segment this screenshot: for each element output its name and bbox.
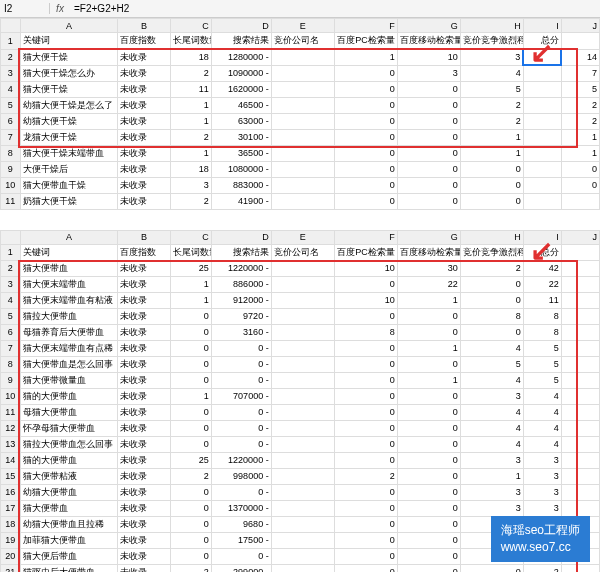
row-header[interactable]: 7	[1, 340, 21, 356]
cell[interactable]: 707000 -	[211, 388, 271, 404]
cell[interactable]: 0	[561, 161, 599, 177]
cell[interactable]: 18	[170, 161, 211, 177]
cell[interactable]: 0	[397, 420, 460, 436]
cell[interactable]: 0	[397, 404, 460, 420]
row-header[interactable]: 13	[1, 436, 21, 452]
cell[interactable]	[271, 356, 334, 372]
cell[interactable]: 10	[334, 292, 397, 308]
cell[interactable]	[271, 145, 334, 161]
cell[interactable]: 未收录	[118, 65, 170, 81]
cell[interactable]: 未收录	[118, 388, 170, 404]
cell[interactable]: 0	[334, 500, 397, 516]
cell[interactable]: 0	[334, 356, 397, 372]
cell[interactable]: 1	[561, 129, 599, 145]
cell[interactable]: 1220000 -	[211, 260, 271, 276]
cell[interactable]: 未收录	[118, 516, 170, 532]
cell[interactable]: 0	[397, 500, 460, 516]
cell[interactable]: 0	[170, 404, 211, 420]
cell[interactable]: 1	[397, 292, 460, 308]
cell[interactable]: 未收录	[118, 177, 170, 193]
cell[interactable]: 4	[460, 420, 523, 436]
header-cell[interactable]: 关键词	[20, 244, 118, 260]
cell[interactable]	[271, 177, 334, 193]
fx-icon[interactable]: fx	[50, 3, 70, 14]
cell[interactable]: 未收录	[118, 292, 170, 308]
cell[interactable]: 0 -	[211, 484, 271, 500]
cell[interactable]: 0	[334, 436, 397, 452]
cell[interactable]: 0	[397, 308, 460, 324]
header-cell[interactable]: 百度指数	[118, 33, 170, 50]
cell[interactable]	[561, 372, 599, 388]
cell[interactable]: 1080000 -	[211, 161, 271, 177]
cell[interactable]: 0 -	[211, 372, 271, 388]
header-cell[interactable]	[561, 244, 599, 260]
cell[interactable]: 猫大便末端带血	[20, 276, 118, 292]
cell[interactable]	[561, 324, 599, 340]
cell[interactable]: 幼猫大便干燥是怎么了	[20, 97, 118, 113]
row-header[interactable]: 8	[1, 145, 21, 161]
col-header-B[interactable]: B	[118, 230, 170, 244]
cell[interactable]: 3	[460, 388, 523, 404]
cell[interactable]: 0	[397, 484, 460, 500]
cell[interactable]	[271, 484, 334, 500]
row-header[interactable]: 11	[1, 193, 21, 209]
cell[interactable]: 1	[170, 113, 211, 129]
row-header[interactable]: 17	[1, 500, 21, 516]
cell[interactable]: 龙猫大便干燥	[20, 129, 118, 145]
cell[interactable]: 46500 -	[211, 97, 271, 113]
cell[interactable]	[523, 145, 561, 161]
cell[interactable]: 0	[170, 516, 211, 532]
cell[interactable]: 30100 -	[211, 129, 271, 145]
cell[interactable]: 母猫大便带血	[20, 404, 118, 420]
cell[interactable]: 未收录	[118, 161, 170, 177]
cell[interactable]: 4	[460, 404, 523, 420]
cell[interactable]: 0	[334, 177, 397, 193]
cell[interactable]: 未收录	[118, 452, 170, 468]
row-header[interactable]: 11	[1, 404, 21, 420]
row-header[interactable]: 9	[1, 372, 21, 388]
cell[interactable]: 猫大便干燥末端带血	[20, 145, 118, 161]
row-header[interactable]: 10	[1, 177, 21, 193]
cell[interactable]: 0	[334, 340, 397, 356]
header-cell[interactable]: 长尾词数量	[170, 244, 211, 260]
cell[interactable]	[561, 436, 599, 452]
cell[interactable]	[271, 65, 334, 81]
cell[interactable]: 怀孕母猫大便带血	[20, 420, 118, 436]
cell[interactable]: 2	[170, 564, 211, 572]
cell[interactable]	[561, 308, 599, 324]
col-header-A[interactable]: A	[20, 19, 118, 33]
cell[interactable]	[561, 340, 599, 356]
cell[interactable]: 0 -	[211, 548, 271, 564]
cell[interactable]: 猫大便带血	[20, 260, 118, 276]
row-header[interactable]: 1	[1, 244, 21, 260]
cell[interactable]	[561, 420, 599, 436]
cell[interactable]	[271, 340, 334, 356]
cell[interactable]: 未收录	[118, 260, 170, 276]
cell[interactable]: 11	[523, 292, 561, 308]
cell[interactable]: 未收录	[118, 81, 170, 97]
cell[interactable]: 奶猫大便干燥	[20, 193, 118, 209]
cell[interactable]: 0	[334, 532, 397, 548]
cell[interactable]: 886000 -	[211, 276, 271, 292]
cell[interactable]: 10	[334, 260, 397, 276]
cell[interactable]: 0	[334, 276, 397, 292]
cell[interactable]: 2	[170, 193, 211, 209]
cell[interactable]: 0	[397, 129, 460, 145]
cell[interactable]: 4	[523, 388, 561, 404]
header-cell[interactable]: 关键词	[20, 33, 118, 50]
cell[interactable]: 8	[523, 308, 561, 324]
cell[interactable]: 未收录	[118, 468, 170, 484]
row-header[interactable]: 2	[1, 49, 21, 65]
cell[interactable]	[561, 404, 599, 420]
cell[interactable]: 未收录	[118, 436, 170, 452]
cell[interactable]: 猫大便带微量血	[20, 372, 118, 388]
header-cell[interactable]: 竞价公司名	[271, 33, 334, 50]
cell[interactable]: 猫大便末端带血有粘液	[20, 292, 118, 308]
cell[interactable]	[523, 97, 561, 113]
cell[interactable]: 猫的大便带血	[20, 452, 118, 468]
cell[interactable]: 0 -	[211, 420, 271, 436]
cell[interactable]: 0	[170, 308, 211, 324]
header-cell[interactable]: 长尾词数量	[170, 33, 211, 50]
cell[interactable]	[271, 500, 334, 516]
cell[interactable]: 1	[561, 145, 599, 161]
